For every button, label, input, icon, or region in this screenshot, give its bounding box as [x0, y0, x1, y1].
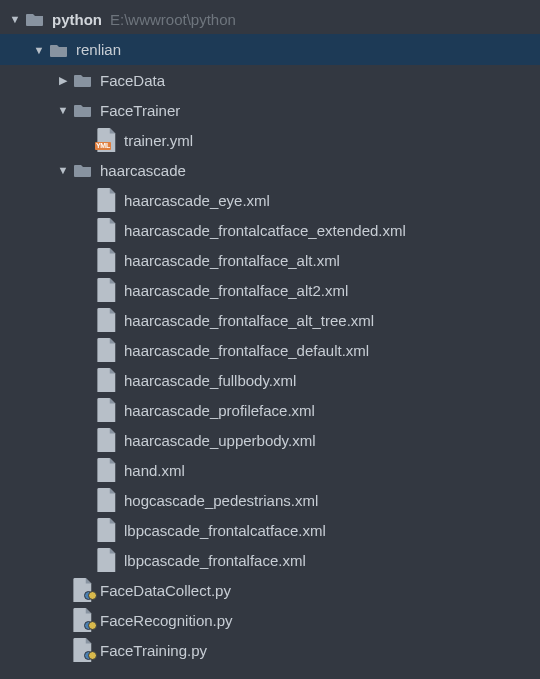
xml-file-icon: [96, 191, 118, 209]
tree-row-xml-file[interactable]: ▶haarcascade_frontalface_alt.xml: [0, 245, 540, 275]
tree-row-xml-file[interactable]: ▶lbpcascade_frontalcatface.xml: [0, 515, 540, 545]
tree-row-xml-file[interactable]: ▶haarcascade_frontalcatface_extended.xml: [0, 215, 540, 245]
tree-row-xml-file[interactable]: ▶haarcascade_frontalface_default.xml: [0, 335, 540, 365]
folder-icon: [72, 103, 94, 117]
tree-row-xml-file[interactable]: ▶haarcascade_upperbody.xml: [0, 425, 540, 455]
xml-file-icon: [96, 401, 118, 419]
xml-file-icon: [96, 371, 118, 389]
tree-item-label: lbpcascade_frontalcatface.xml: [124, 522, 326, 539]
tree-item-label: FaceTraining.py: [100, 642, 207, 659]
tree-item-label: hogcascade_pedestrians.xml: [124, 492, 318, 509]
tree-row-xml-file[interactable]: ▶haarcascade_profileface.xml: [0, 395, 540, 425]
xml-file-icon: [96, 491, 118, 509]
xml-file-icon: [96, 281, 118, 299]
yml-file-icon: YML: [96, 131, 118, 149]
xml-file-icon: [96, 521, 118, 539]
tree-item-label: haarcascade_upperbody.xml: [124, 432, 316, 449]
tree-item-label: FaceData: [100, 72, 165, 89]
tree-item-label: haarcascade_frontalface_alt2.xml: [124, 282, 348, 299]
tree-item-label: python: [52, 11, 102, 28]
tree-item-label: hand.xml: [124, 462, 185, 479]
tree-row-py-file[interactable]: ▶FaceRecognition.py: [0, 605, 540, 635]
tree-item-label: haarcascade_frontalface_alt_tree.xml: [124, 312, 374, 329]
tree-item-label: trainer.yml: [124, 132, 193, 149]
tree-row-renlian[interactable]: ▼ renlian: [0, 34, 540, 65]
tree-item-label: FaceRecognition.py: [100, 612, 233, 629]
tree-item-label: haarcascade_profileface.xml: [124, 402, 315, 419]
tree-item-label: haarcascade_frontalface_default.xml: [124, 342, 369, 359]
folder-icon: [48, 43, 70, 57]
tree-row-haarcascade[interactable]: ▼ haarcascade: [0, 155, 540, 185]
chevron-down-icon[interactable]: ▼: [6, 13, 24, 25]
chevron-down-icon[interactable]: ▼: [54, 104, 72, 116]
tree-item-label: lbpcascade_frontalface.xml: [124, 552, 306, 569]
python-file-icon: [72, 641, 94, 659]
tree-row-py-file[interactable]: ▶FaceTraining.py: [0, 635, 540, 665]
tree-item-label: renlian: [76, 41, 121, 58]
xml-file-icon: [96, 221, 118, 239]
xml-file-icon: [96, 311, 118, 329]
tree-row-trainer-yml[interactable]: ▶ YML trainer.yml: [0, 125, 540, 155]
tree-row-xml-file[interactable]: ▶haarcascade_fullbody.xml: [0, 365, 540, 395]
tree-row-xml-file[interactable]: ▶haarcascade_frontalface_alt2.xml: [0, 275, 540, 305]
xml-file-icon: [96, 431, 118, 449]
project-tree[interactable]: ▼ python E:\wwwroot\python ▼ renlian ▶ F…: [0, 0, 540, 665]
tree-item-label: haarcascade_frontalcatface_extended.xml: [124, 222, 406, 239]
xml-file-icon: [96, 461, 118, 479]
tree-item-path: E:\wwwroot\python: [110, 11, 236, 28]
tree-item-label: haarcascade_eye.xml: [124, 192, 270, 209]
tree-item-label: FaceTrainer: [100, 102, 180, 119]
tree-row-xml-file[interactable]: ▶haarcascade_frontalface_alt_tree.xml: [0, 305, 540, 335]
folder-icon: [24, 12, 46, 26]
tree-item-label: haarcascade_frontalface_alt.xml: [124, 252, 340, 269]
tree-row-root[interactable]: ▼ python E:\wwwroot\python: [0, 4, 540, 34]
xml-file-icon: [96, 341, 118, 359]
tree-row-facetrainer[interactable]: ▼ FaceTrainer: [0, 95, 540, 125]
python-file-icon: [72, 611, 94, 629]
folder-icon: [72, 163, 94, 177]
tree-row-py-file[interactable]: ▶FaceDataCollect.py: [0, 575, 540, 605]
tree-row-xml-file[interactable]: ▶hand.xml: [0, 455, 540, 485]
tree-item-label: haarcascade_fullbody.xml: [124, 372, 296, 389]
python-file-icon: [72, 581, 94, 599]
chevron-right-icon[interactable]: ▶: [54, 74, 72, 87]
tree-row-xml-file[interactable]: ▶hogcascade_pedestrians.xml: [0, 485, 540, 515]
chevron-down-icon[interactable]: ▼: [54, 164, 72, 176]
tree-row-xml-file[interactable]: ▶lbpcascade_frontalface.xml: [0, 545, 540, 575]
xml-file-icon: [96, 251, 118, 269]
xml-file-icon: [96, 551, 118, 569]
tree-item-label: FaceDataCollect.py: [100, 582, 231, 599]
tree-row-facedata[interactable]: ▶ FaceData: [0, 65, 540, 95]
tree-row-xml-file[interactable]: ▶haarcascade_eye.xml: [0, 185, 540, 215]
chevron-down-icon[interactable]: ▼: [30, 44, 48, 56]
folder-icon: [72, 73, 94, 87]
tree-item-label: haarcascade: [100, 162, 186, 179]
